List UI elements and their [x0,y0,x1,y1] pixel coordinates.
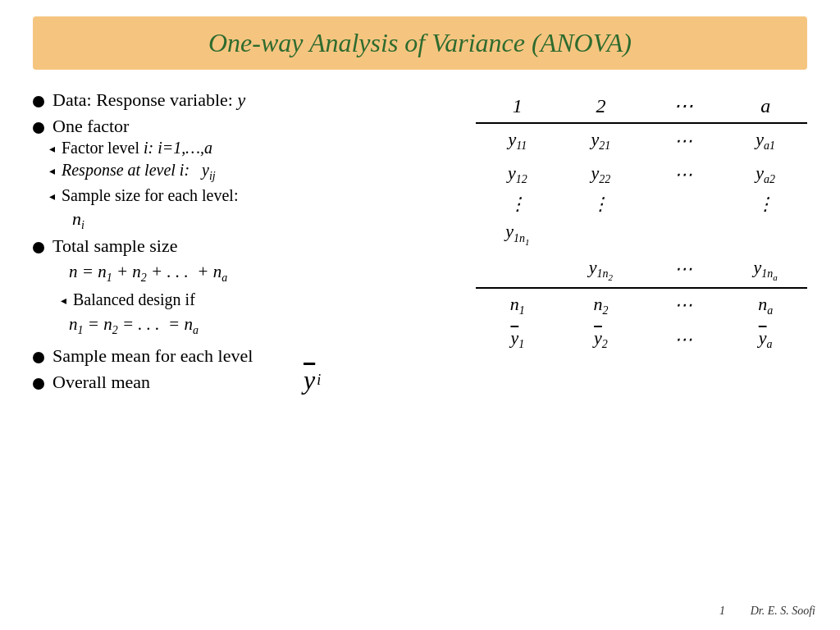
sample-mean-label: Sample mean for each level [52,345,253,367]
n-formula: n = n1 + n2 + . . . + na [69,262,227,285]
anova-table: 1 2 ⋯ a y11 y21 ⋯ ya1 y12 y22 [476,89,807,357]
right-panel: 1 2 ⋯ a y11 y21 ⋯ ya1 y12 y22 [476,89,807,357]
cell-n2: n2 [559,288,643,322]
author-credit: Dr. E. S. Soofi [751,605,815,618]
col-header-1: 1 [476,89,559,123]
yi-bar-symbol: y [304,365,315,395]
sub-arrow-3: ◂ [49,189,55,203]
cell-empty-col1 [476,252,559,288]
sub-arrow-4: ◂ [61,294,66,308]
bullet-sample-mean: Sample mean for each level [33,345,459,367]
sub-sample-size: ◂ Sample size for each level: [49,186,238,205]
yi-bar-left: yi [304,365,459,395]
table-row-yn2: y1n2 ⋯ y1na [476,252,807,288]
overall-mean-label: Overall mean [52,372,150,393]
cell-empty-vdots [642,192,724,217]
cell-y12: y12 [476,158,559,191]
title-box: One-way Analysis of Variance (ANOVA) [33,16,807,70]
cell-dots-2: ⋯ [642,158,724,191]
ni-formula: ni [72,208,238,232]
total-sample-sub: n = n1 + n2 + . . . + na ◂ Balanced desi… [52,257,227,341]
cell-empty-3 [724,216,807,251]
cell-y1n2: y1n2 [559,252,643,288]
sub-arrow-2: ◂ [49,164,55,178]
response-var: y [237,89,245,110]
bullet-dot-1 [33,96,44,107]
bullet-data-text: Data: Response variable: y [52,89,245,111]
table-row-yn1: y1n1 [476,216,807,251]
sub-response-level: ◂ Response at level i: yij [49,161,238,183]
footer: 1 Dr. E. S. Soofi [751,605,815,618]
col-header-2: 2 [559,89,643,123]
balanced-text: Balanced design if [73,290,195,309]
cell-ya2: ya2 [724,158,807,191]
cell-ybara: ya [724,322,807,356]
cell-y1na: y1na [724,252,807,288]
cell-ybar2: y2 [559,322,643,356]
balanced-formula: n1 = n2 = . . . = na [69,314,227,337]
left-panel: Data: Response variable: y One factor ◂ … [33,89,459,395]
bullet-dot-3 [33,242,44,253]
bullet-total-sample: Total sample size n = n1 + n2 + . . . + … [33,235,459,341]
table-row-1: y11 y21 ⋯ ya1 [476,123,807,158]
col-header-dots: ⋯ [642,89,724,123]
bullet-dot-2 [33,122,44,134]
cell-ybar1: y1 [476,322,559,356]
yi-subscript: i [317,372,321,389]
slide: One-way Analysis of Variance (ANOVA) Dat… [0,0,840,630]
table-row-ybar: y1 y2 ⋯ ya [476,322,807,356]
balanced-item: ◂ Balanced design if [61,290,227,309]
cell-empty-2 [642,216,724,251]
factor-level-text: Factor level i: i=1,…,a [62,139,212,158]
bullet-data: Data: Response variable: y [33,89,459,111]
sub-arrow-1: ◂ [49,142,55,156]
cell-na: na [724,288,807,322]
one-factor-sublist: ◂ Factor level i: i=1,…,a ◂ Response at … [33,139,238,232]
slide-title: One-way Analysis of Variance (ANOVA) [208,28,632,57]
table-row-2: y12 y22 ⋯ ya2 [476,158,807,191]
cell-vdots-a: ⋮ [724,192,807,217]
cell-vdots-1: ⋮ [476,192,559,217]
table-row-n: n1 n2 ⋯ na [476,288,807,322]
cell-vdots-2: ⋮ [559,192,643,217]
cell-dots-ybar: ⋯ [642,322,724,356]
cell-dots-3: ⋯ [642,252,724,288]
total-sample-label: Total sample size [52,235,177,257]
bullet-dot-5 [33,378,44,390]
cell-dots-1: ⋯ [642,123,724,158]
cell-n1: n1 [476,288,559,322]
cell-y21: y21 [559,123,643,158]
table-header-row: 1 2 ⋯ a [476,89,807,123]
cell-empty-1 [559,216,643,251]
content-area: Data: Response variable: y One factor ◂ … [33,89,807,395]
cell-y11: y11 [476,123,559,158]
one-factor-label: One factor [52,116,129,137]
sample-size-text: Sample size for each level: [62,186,238,205]
cell-y22: y22 [559,158,643,191]
cell-y1n1: y1n1 [476,216,559,251]
col-header-a: a [724,89,807,123]
bullet-one-factor: One factor ◂ Factor level i: i=1,…,a ◂ R… [33,116,459,232]
sub-factor-level: ◂ Factor level i: i=1,…,a [49,139,238,158]
bullet-dot-4 [33,352,44,363]
page-number: 1 [719,605,725,618]
cell-dots-n: ⋯ [642,288,724,322]
cell-ya1: ya1 [724,123,807,158]
table-row-vdots: ⋮ ⋮ ⋮ [476,192,807,217]
response-level-text: Response at level i: yij [62,161,216,183]
